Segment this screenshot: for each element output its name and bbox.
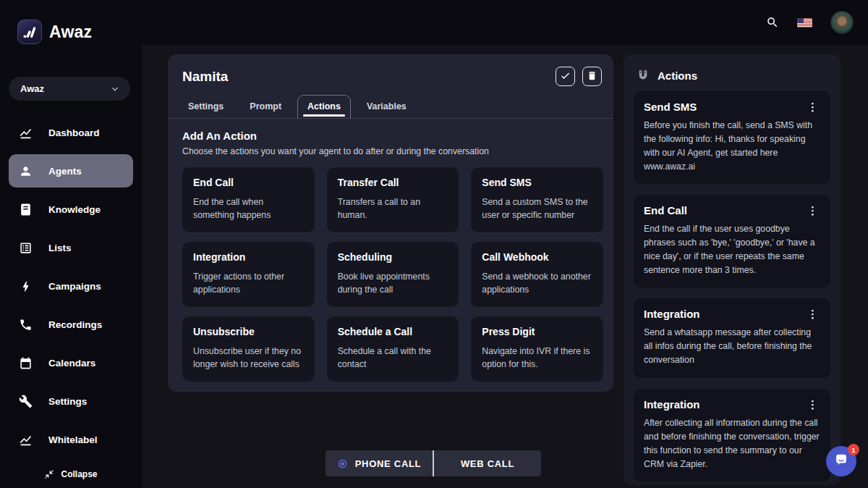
- tab-actions[interactable]: Actions: [297, 95, 351, 118]
- agent-panel-header: Namita: [168, 54, 613, 92]
- magnet-icon: [637, 69, 650, 82]
- kebab-menu-icon[interactable]: ⋮: [805, 101, 820, 113]
- sidebar-item-label: Knowledge: [48, 204, 101, 215]
- search-icon[interactable]: [766, 16, 779, 29]
- trash-icon: [587, 70, 597, 83]
- sidebar-item-campaigns[interactable]: Campaigns: [9, 269, 133, 303]
- sidebar-item-label: Agents: [48, 166, 82, 177]
- action-card-scheduling[interactable]: SchedulingBook live appointments during …: [327, 242, 459, 307]
- logo-home-link[interactable]: Awaz: [17, 20, 92, 44]
- action-card-schedule-a-call[interactable]: Schedule a CallSchedule a call with the …: [327, 316, 459, 382]
- action-card-description: Book live appointments during the call: [338, 270, 448, 297]
- collapse-label: Collapse: [61, 469, 97, 479]
- configured-action-card-integration-3[interactable]: Integration⋮After collecting all informa…: [634, 389, 830, 481]
- tab-prompt[interactable]: Prompt: [239, 95, 292, 118]
- call-mode-label: WEB CALL: [461, 458, 514, 469]
- sidebar-item-whitelabel[interactable]: Whitelabel: [9, 423, 133, 456]
- configured-action-description: Before you finish the call, send a SMS w…: [644, 119, 820, 174]
- sidebar-item-label: Settings: [48, 396, 87, 407]
- brand-name: Awaz: [49, 22, 92, 42]
- action-card-description: Schedule a call with the contact: [338, 345, 448, 371]
- action-card-description: Unsubscribe user if they no longer wish …: [193, 345, 304, 371]
- sidebar-item-recordings[interactable]: Recordings: [9, 308, 133, 341]
- section-title: Add An Action: [182, 130, 599, 142]
- sidebar-nav: DashboardAgentsKnowledgeListsCampaignsRe…: [9, 116, 133, 456]
- agent-header-actions: [556, 67, 602, 86]
- collapse-button[interactable]: Collapse: [0, 465, 142, 484]
- radio-selected-icon: [337, 458, 348, 469]
- kebab-menu-icon[interactable]: ⋮: [805, 308, 820, 320]
- configured-action-card-header: Integration⋮: [644, 398, 820, 411]
- actions-card-list: Send SMS⋮Before you finish the call, sen…: [634, 91, 830, 481]
- sidebar-item-agents[interactable]: Agents: [9, 154, 133, 188]
- sidebar-item-label: Lists: [48, 243, 72, 253]
- action-card-title: Transfer Call: [338, 177, 448, 188]
- action-card-title: Integration: [193, 251, 304, 263]
- add-action-section: Add An Action Choose the actions you wan…: [168, 119, 613, 156]
- action-card-title: End Call: [193, 177, 304, 188]
- action-card-unsubscribe[interactable]: UnsubscribeUnsubscribe user if they no l…: [182, 316, 315, 382]
- sidebar-item-settings[interactable]: Settings: [9, 384, 133, 418]
- calendars-icon: [19, 356, 33, 370]
- settings-icon: [19, 395, 33, 408]
- dashboard-icon: [19, 126, 33, 140]
- kebab-menu-icon[interactable]: ⋮: [805, 398, 820, 411]
- action-card-description: Send a custom SMS to the user or specifi…: [482, 195, 592, 222]
- action-card-description: Trigger actions to other applications: [193, 270, 304, 297]
- agent-tabs: SettingsPromptActionsVariables: [168, 95, 613, 119]
- sidebar-item-lists[interactable]: Lists: [9, 231, 133, 264]
- actions-side-panel: Actions Send SMS⋮Before you finish the c…: [624, 54, 841, 485]
- check-icon: [560, 70, 571, 83]
- action-card-integration[interactable]: IntegrationTrigger actions to other appl…: [182, 242, 315, 307]
- section-subtitle: Choose the actions you want your agent t…: [182, 146, 599, 156]
- action-card-end-call[interactable]: End CallEnd the call when something happ…: [182, 167, 315, 232]
- user-avatar[interactable]: [830, 11, 854, 34]
- sidebar-item-label: Dashboard: [48, 127, 100, 138]
- sidebar-item-label: Whitelabel: [48, 434, 98, 445]
- action-card-title: Schedule a Call: [338, 326, 448, 337]
- sidebar: Awaz Awaz DashboardAgentsKnowledgeListsC…: [0, 0, 142, 488]
- kebab-menu-icon[interactable]: ⋮: [805, 204, 820, 216]
- topbar: [142, 0, 868, 45]
- configured-action-card-send-sms-0[interactable]: Send SMS⋮Before you finish the call, sen…: [634, 91, 830, 184]
- action-card-transfer-call[interactable]: Transfer CallTransfers a call to an huma…: [327, 167, 459, 232]
- call-mode-phone-call[interactable]: PHONE CALL: [326, 450, 433, 476]
- content-area: Namita SettingsPromptActionsVariables Ad…: [142, 45, 868, 488]
- configured-action-description: Send a whatsapp message after collecting…: [644, 326, 820, 367]
- chat-widget-button[interactable]: 1: [826, 446, 856, 476]
- configured-action-card-integration-2[interactable]: Integration⋮Send a whatsapp message afte…: [634, 298, 830, 377]
- action-card-send-sms[interactable]: Send SMSSend a custom SMS to the user or…: [471, 167, 603, 232]
- delete-button[interactable]: [582, 67, 602, 86]
- workspace-name: Awaz: [20, 83, 44, 94]
- campaigns-icon: [19, 279, 33, 293]
- action-card-press-digit[interactable]: Press DigitNavigate into IVR if there is…: [471, 316, 603, 382]
- action-card-call-webhook[interactable]: Call WebhookSend a webhook to another ap…: [471, 242, 603, 307]
- sidebar-item-knowledge[interactable]: Knowledge: [9, 193, 133, 226]
- action-card-description: End the call when something happens: [193, 195, 304, 222]
- chat-bubble-icon: [833, 452, 849, 471]
- action-grid: End CallEnd the call when something happ…: [182, 167, 603, 382]
- action-card-description: Transfers a call to an human.: [338, 195, 448, 222]
- sidebar-item-label: Recordings: [48, 319, 102, 330]
- sidebar-item-label: Calendars: [48, 358, 95, 369]
- confirm-button[interactable]: [556, 67, 575, 86]
- action-card-title: Press Digit: [482, 326, 592, 337]
- agent-name: Namita: [182, 69, 228, 85]
- tab-settings[interactable]: Settings: [178, 95, 234, 118]
- lists-icon: [19, 241, 33, 255]
- action-card-description: Send a webhook to another applications: [482, 270, 592, 297]
- call-mode-web-call[interactable]: WEB CALL: [433, 450, 541, 476]
- language-flag-icon[interactable]: [797, 18, 812, 28]
- sidebar-item-dashboard[interactable]: Dashboard: [9, 116, 133, 149]
- workspace-dropdown[interactable]: Awaz: [9, 77, 130, 101]
- action-card-title: Call Webhook: [482, 251, 592, 263]
- configured-action-card-end-call-1[interactable]: End Call⋮End the call if the user uses g…: [634, 195, 830, 287]
- configured-action-description: End the call if the user uses goodbye ph…: [644, 222, 820, 277]
- configured-action-card-header: End Call⋮: [644, 204, 820, 216]
- configured-action-title: Send SMS: [644, 101, 697, 113]
- actions-panel-header: Actions: [634, 64, 830, 91]
- sidebar-item-label: Campaigns: [48, 281, 101, 292]
- sidebar-item-calendars[interactable]: Calendars: [9, 346, 133, 379]
- tab-variables[interactable]: Variables: [357, 95, 417, 118]
- recordings-icon: [19, 318, 33, 332]
